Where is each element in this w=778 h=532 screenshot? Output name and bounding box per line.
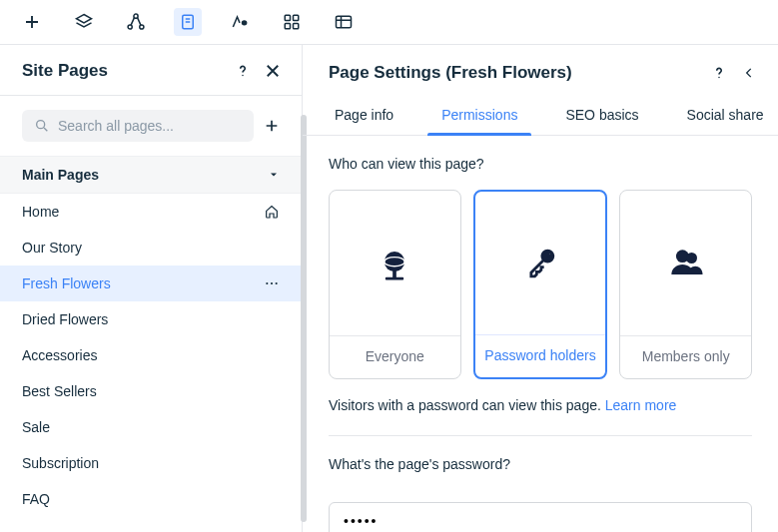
- toolbar-add-icon[interactable]: [18, 8, 46, 36]
- svg-rect-5: [294, 15, 299, 20]
- permission-options: EveryonePassword holdersMembers only: [329, 190, 752, 379]
- tab-permissions[interactable]: Permissions: [417, 97, 541, 135]
- scrollbar[interactable]: [301, 115, 307, 522]
- svg-rect-7: [294, 24, 299, 29]
- tab-page-info[interactable]: Page info: [311, 97, 417, 135]
- globe-icon: [373, 191, 416, 335]
- toolbar-structure-icon[interactable]: [122, 8, 150, 36]
- settings-title: Page Settings (Fresh Flowers): [329, 63, 572, 83]
- page-item-label: Fresh Flowers: [22, 275, 111, 291]
- svg-point-0: [134, 14, 138, 18]
- toolbar-page-icon[interactable]: [174, 8, 202, 36]
- password-input[interactable]: [329, 502, 752, 532]
- svg-rect-4: [285, 15, 290, 20]
- search-icon: [34, 118, 50, 134]
- page-item[interactable]: Home: [0, 194, 302, 230]
- page-item[interactable]: Dried Flowers: [0, 301, 302, 337]
- page-item-label: Best Sellers: [22, 383, 97, 399]
- toolbar-data-icon[interactable]: [330, 8, 358, 36]
- page-item-label: Our Story: [22, 240, 82, 256]
- svg-rect-6: [285, 24, 290, 29]
- svg-point-13: [276, 282, 278, 284]
- page-item[interactable]: Our Story: [0, 230, 302, 266]
- page-item-label: Home: [22, 204, 59, 220]
- members-icon: [664, 191, 708, 335]
- main-pages-section[interactable]: Main Pages: [0, 156, 302, 194]
- svg-point-10: [37, 121, 45, 129]
- section-title: Main Pages: [22, 167, 99, 183]
- svg-point-9: [242, 75, 244, 77]
- collapse-icon[interactable]: [742, 66, 756, 80]
- close-icon[interactable]: [264, 62, 282, 80]
- svg-rect-17: [386, 276, 403, 279]
- page-item-label: Accessories: [22, 347, 97, 363]
- divider: [329, 435, 752, 436]
- home-icon: [264, 204, 280, 220]
- page-item[interactable]: Sale: [0, 409, 302, 445]
- toolbar-layers-icon[interactable]: [70, 8, 98, 36]
- svg-point-20: [548, 253, 551, 256]
- svg-point-14: [718, 77, 720, 79]
- option-label: Password holders: [475, 334, 606, 377]
- svg-rect-16: [392, 270, 396, 277]
- password-label: What's the page's password?: [329, 456, 752, 472]
- key-icon: [518, 192, 562, 334]
- svg-point-22: [686, 253, 697, 264]
- more-icon[interactable]: [264, 275, 280, 291]
- page-item-label: Sale: [22, 419, 50, 435]
- page-item[interactable]: Accessories: [0, 337, 302, 373]
- toolbar-apps-icon[interactable]: [278, 8, 306, 36]
- top-toolbar: [0, 0, 778, 45]
- settings-tabs: Page infoPermissionsSEO basicsSocial sha…: [303, 97, 778, 136]
- permission-question: Who can view this page?: [329, 156, 752, 172]
- page-item-label: Dried Flowers: [22, 311, 108, 327]
- page-item[interactable]: FAQ: [0, 481, 302, 517]
- permission-option-everyone[interactable]: Everyone: [329, 190, 461, 379]
- permission-option-password-holders[interactable]: Password holders: [473, 190, 608, 379]
- permission-option-members-only[interactable]: Members only: [619, 190, 752, 379]
- panel-title: Site Pages: [22, 61, 108, 81]
- learn-more-link[interactable]: Learn more: [605, 397, 677, 413]
- svg-point-12: [271, 282, 273, 284]
- page-item-label: FAQ: [22, 491, 50, 507]
- help-icon[interactable]: [710, 64, 728, 82]
- svg-point-11: [266, 282, 268, 284]
- svg-point-15: [385, 252, 404, 271]
- page-list: HomeOur StoryFresh FlowersDried FlowersA…: [0, 194, 302, 532]
- permission-hint: Visitors with a password can view this p…: [329, 397, 752, 413]
- site-pages-panel: Site Pages Main Pages: [0, 45, 303, 532]
- page-item-label: Subscription: [22, 455, 99, 471]
- toolbar-design-icon[interactable]: [226, 8, 254, 36]
- help-icon[interactable]: [234, 62, 252, 80]
- add-page-icon[interactable]: [264, 118, 284, 134]
- search-input-wrapper[interactable]: [22, 110, 254, 142]
- svg-rect-8: [337, 16, 352, 28]
- search-input[interactable]: [58, 118, 242, 134]
- page-item[interactable]: Fresh Flowers: [0, 266, 302, 301]
- page-item[interactable]: Subscription: [0, 445, 302, 481]
- page-settings-panel: Page Settings (Fresh Flowers) Page infoP…: [303, 45, 778, 532]
- option-label: Everyone: [330, 335, 460, 378]
- tab-seo-basics[interactable]: SEO basics: [541, 97, 662, 135]
- chevron-down-icon: [268, 169, 280, 181]
- page-item[interactable]: Best Sellers: [0, 373, 302, 409]
- option-label: Members only: [620, 335, 751, 378]
- tab-social-share[interactable]: Social share: [663, 97, 778, 135]
